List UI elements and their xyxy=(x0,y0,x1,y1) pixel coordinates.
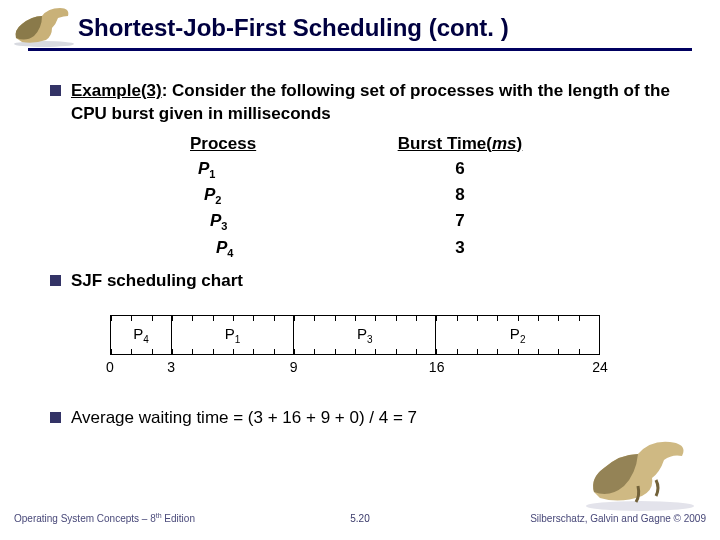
gantt-axis-value: 16 xyxy=(429,359,445,375)
gantt-axis: 0391624 xyxy=(110,355,600,377)
footer-copyright: Silberschatz, Galvin and Gagne © 2009 xyxy=(530,513,706,524)
gantt-segment: P1 xyxy=(172,316,294,354)
gantt-bar: P4P1P3P2 xyxy=(110,315,600,355)
slide-content: Example(3): Consider the following set o… xyxy=(50,80,680,436)
slide-title: Shortest-Job-First Scheduling (cont. ) xyxy=(78,14,509,42)
bullet-sjf-text: SJF scheduling chart xyxy=(71,270,243,293)
process-table: Process Burst Time(ms) P16P28P37P43 xyxy=(190,132,680,262)
cell-process: P2 xyxy=(190,183,370,209)
cell-burst: 7 xyxy=(370,209,550,235)
gantt-axis-value: 0 xyxy=(106,359,114,375)
gantt-axis-value: 9 xyxy=(290,359,298,375)
gantt-chart: P4P1P3P2 0391624 xyxy=(110,315,600,377)
average-wait-text: Average waiting time = (3 + 16 + 9 + 0) … xyxy=(71,407,417,430)
bullet-icon xyxy=(50,275,61,286)
gantt-axis-value: 3 xyxy=(167,359,175,375)
example-desc: : Consider the following set of processe… xyxy=(71,81,670,123)
gantt-segment: P4 xyxy=(111,316,172,354)
slide-header: Shortest-Job-First Scheduling (cont. ) xyxy=(0,0,720,60)
cell-process: P3 xyxy=(190,209,370,235)
bullet-average: Average waiting time = (3 + 16 + 9 + 0) … xyxy=(50,407,680,430)
col-process-header: Process xyxy=(190,132,370,157)
table-header-row: Process Burst Time(ms) xyxy=(190,132,680,157)
cell-process: P4 xyxy=(190,236,370,262)
table-row: P43 xyxy=(190,236,680,262)
title-divider xyxy=(28,48,692,51)
cell-process: P1 xyxy=(190,157,370,183)
svg-point-1 xyxy=(586,501,694,511)
col-burst-header: Burst Time(ms) xyxy=(370,132,550,157)
bullet-sjf-chart: SJF scheduling chart xyxy=(50,270,680,293)
gantt-segment: P3 xyxy=(294,316,436,354)
table-row: P16 xyxy=(190,157,680,183)
cell-burst: 6 xyxy=(370,157,550,183)
cell-burst: 3 xyxy=(370,236,550,262)
footer-left: Operating System Concepts – 8th Edition xyxy=(14,512,195,524)
bullet-icon xyxy=(50,85,61,96)
bullet-example-text: Example(3): Consider the following set o… xyxy=(71,80,680,126)
footer-page-number: 5.20 xyxy=(350,513,369,524)
cell-burst: 8 xyxy=(370,183,550,209)
bullet-example: Example(3): Consider the following set o… xyxy=(50,80,680,126)
bullet-icon xyxy=(50,412,61,423)
gantt-segment: P2 xyxy=(436,316,599,354)
table-row: P28 xyxy=(190,183,680,209)
table-row: P37 xyxy=(190,209,680,235)
gantt-axis-value: 24 xyxy=(592,359,608,375)
example-label: Example(3) xyxy=(71,81,162,100)
dinosaur-right-icon xyxy=(580,432,700,512)
dinosaur-left-icon xyxy=(8,2,78,48)
